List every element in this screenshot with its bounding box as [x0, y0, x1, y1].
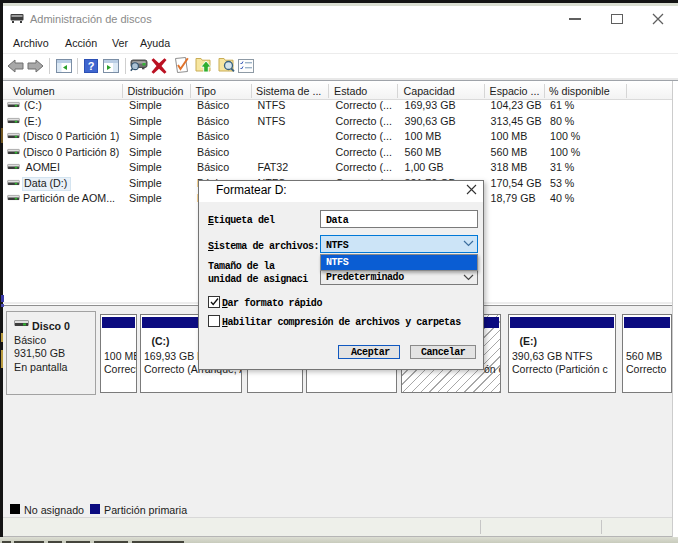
- svg-text:?: ?: [88, 60, 95, 72]
